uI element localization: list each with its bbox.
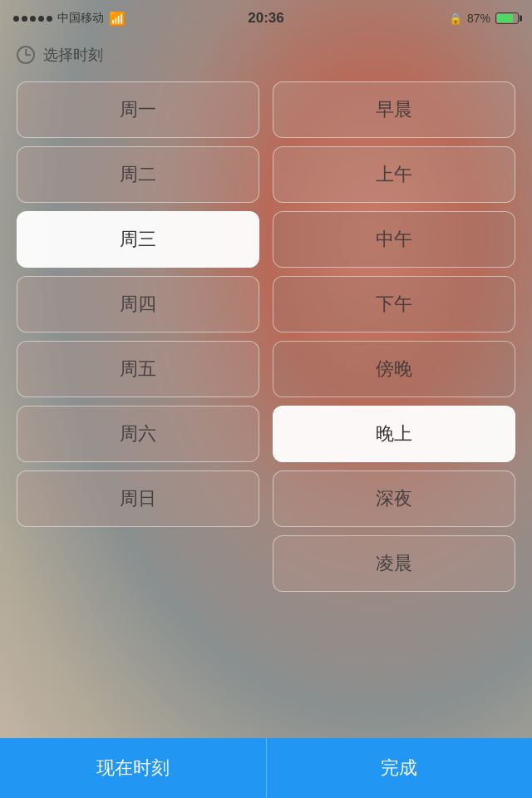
- now-button[interactable]: 现在时刻: [0, 738, 267, 798]
- status-time: 20:36: [248, 10, 283, 27]
- time-dusk[interactable]: 傍晚: [273, 341, 515, 397]
- day-sunday[interactable]: 周日: [17, 470, 259, 527]
- bottom-bar: 现在时刻 完成: [0, 738, 532, 798]
- time-grid: 周一 周二 周三 周四 周五 周六 周日 早晨 上午 中午 下午 傍晚 晚上 深…: [17, 81, 515, 592]
- day-friday[interactable]: 周五: [17, 341, 259, 397]
- times-column: 早晨 上午 中午 下午 傍晚 晚上 深夜 凌晨: [273, 81, 515, 592]
- time-morning[interactable]: 早晨: [273, 81, 515, 138]
- time-latenight[interactable]: 深夜: [273, 470, 515, 527]
- time-noon[interactable]: 中午: [273, 211, 515, 268]
- status-bar: 中国移动 📶 20:36 🔒 87%: [0, 0, 532, 37]
- battery-icon: [495, 12, 519, 24]
- status-left: 中国移动 📶: [13, 11, 126, 27]
- carrier-label: 中国移动: [57, 11, 104, 26]
- main-content: 选择时刻 周一 周二 周三 周四 周五 周六 周日 早晨 上午 中午 下午 傍晚…: [0, 37, 532, 592]
- day-monday[interactable]: 周一: [17, 81, 259, 138]
- day-thursday[interactable]: 周四: [17, 276, 259, 332]
- status-right: 🔒 87%: [449, 12, 519, 25]
- header-title: 选择时刻: [43, 45, 103, 65]
- time-forenoon[interactable]: 上午: [273, 146, 515, 203]
- day-saturday[interactable]: 周六: [17, 406, 259, 462]
- time-afternoon[interactable]: 下午: [273, 276, 515, 332]
- battery-percent: 87%: [467, 12, 490, 25]
- lock-icon: 🔒: [449, 12, 462, 25]
- day-tuesday[interactable]: 周二: [17, 146, 259, 203]
- time-dawn[interactable]: 凌晨: [273, 535, 515, 592]
- wifi-icon: 📶: [109, 11, 126, 27]
- header: 选择时刻: [17, 45, 515, 65]
- signal-icon: [13, 16, 52, 22]
- time-evening[interactable]: 晚上: [273, 406, 515, 462]
- done-button[interactable]: 完成: [267, 738, 533, 798]
- days-column: 周一 周二 周三 周四 周五 周六 周日: [17, 81, 259, 592]
- clock-icon: [17, 46, 35, 64]
- day-wednesday[interactable]: 周三: [17, 211, 259, 268]
